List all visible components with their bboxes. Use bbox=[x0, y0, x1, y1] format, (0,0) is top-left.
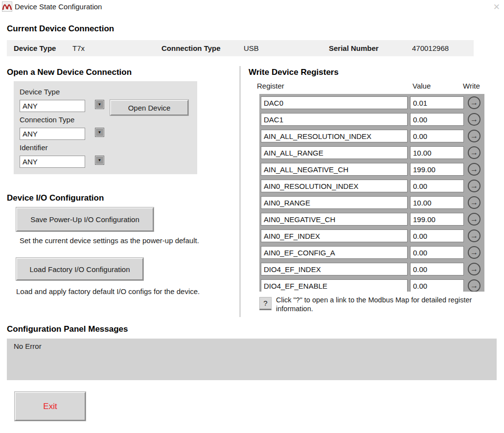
arrow-right-icon: → bbox=[470, 248, 478, 256]
device-type-dropdown-icon[interactable]: ▼ bbox=[95, 100, 104, 109]
arrow-right-icon: → bbox=[470, 182, 478, 190]
register-column-header: Register bbox=[257, 82, 284, 90]
arrow-right-icon: → bbox=[470, 165, 478, 173]
window-title: Device State Configuration bbox=[15, 2, 102, 11]
register-name-input[interactable] bbox=[261, 130, 408, 142]
write-register-button[interactable]: → bbox=[468, 96, 481, 109]
register-value-input[interactable] bbox=[410, 196, 464, 209]
arrow-right-icon: → bbox=[470, 132, 478, 140]
register-row: → bbox=[261, 113, 484, 126]
register-name-input[interactable] bbox=[261, 279, 408, 292]
write-register-button[interactable]: → bbox=[468, 229, 481, 242]
device-type-select[interactable] bbox=[20, 100, 85, 112]
register-value-input[interactable] bbox=[410, 113, 464, 126]
register-name-input[interactable] bbox=[261, 213, 408, 226]
arrow-right-icon: → bbox=[470, 198, 478, 206]
arrow-right-icon: → bbox=[470, 115, 478, 123]
modbus-help-text: Click "?" to open a link to the Modbus M… bbox=[276, 296, 497, 313]
arrow-right-icon: → bbox=[470, 265, 478, 273]
register-name-input[interactable] bbox=[261, 96, 408, 109]
register-name-input[interactable] bbox=[261, 229, 408, 242]
write-register-button[interactable]: → bbox=[468, 180, 481, 192]
arrow-right-icon: → bbox=[470, 281, 478, 290]
open-connection-panel: Device Type ▼ Open Device Connection Typ… bbox=[14, 81, 197, 174]
write-register-button[interactable]: → bbox=[468, 130, 481, 142]
connection-type-value: USB bbox=[244, 44, 259, 52]
save-power-up-config-button[interactable]: Save Power-Up I/O Configuration bbox=[16, 207, 154, 231]
device-type-label: Device Type bbox=[14, 44, 56, 52]
load-factory-config-button[interactable]: Load Factory I/O Configuration bbox=[16, 258, 143, 280]
register-value-input[interactable] bbox=[410, 130, 464, 142]
register-name-input[interactable] bbox=[261, 246, 408, 259]
register-value-input[interactable] bbox=[410, 246, 464, 259]
register-row: → bbox=[261, 263, 484, 275]
register-value-input[interactable] bbox=[410, 180, 464, 192]
value-column-header: Value bbox=[412, 82, 431, 90]
register-name-input[interactable] bbox=[261, 196, 408, 209]
connection-type-select[interactable] bbox=[20, 128, 85, 140]
register-row: → bbox=[261, 96, 484, 109]
register-row: → bbox=[261, 246, 484, 259]
register-value-input[interactable] bbox=[410, 163, 464, 176]
register-value-input[interactable] bbox=[410, 96, 464, 109]
identifier-select[interactable] bbox=[20, 156, 85, 168]
identifier-dropdown-icon[interactable]: ▼ bbox=[95, 156, 104, 164]
write-register-button[interactable]: → bbox=[468, 279, 481, 292]
open-connection-type-label: Connection Type bbox=[20, 115, 74, 124]
register-row: → bbox=[261, 180, 484, 192]
register-value-input[interactable] bbox=[410, 279, 464, 292]
connection-type-dropdown-icon[interactable]: ▼ bbox=[95, 128, 104, 137]
register-value-input[interactable] bbox=[410, 146, 464, 159]
io-configuration-heading: Device I/O Configuration bbox=[7, 193, 104, 203]
panel-message-text: No Error bbox=[14, 342, 42, 350]
device-type-value: T7x bbox=[72, 44, 85, 52]
labjack-logo-icon bbox=[2, 1, 12, 12]
register-name-input[interactable] bbox=[261, 263, 408, 275]
serial-number-label: Serial Number bbox=[329, 44, 379, 52]
register-row: → bbox=[261, 229, 484, 242]
write-register-button[interactable]: → bbox=[468, 163, 481, 176]
open-device-button[interactable]: Open Device bbox=[110, 100, 188, 115]
save-config-caption: Set the current device settings as the p… bbox=[20, 236, 199, 245]
register-name-input[interactable] bbox=[261, 146, 408, 159]
device-state-configuration-window: Device State Configuration ✕ Current Dev… bbox=[0, 0, 504, 433]
section-divider bbox=[240, 66, 240, 317]
write-register-button[interactable]: → bbox=[468, 246, 481, 259]
register-table: → → → → → → → → bbox=[259, 94, 484, 292]
register-value-input[interactable] bbox=[410, 213, 464, 226]
modbus-help-button[interactable]: ? bbox=[259, 297, 272, 310]
register-row: → bbox=[261, 213, 484, 226]
write-register-button[interactable]: → bbox=[468, 263, 481, 275]
register-name-input[interactable] bbox=[261, 163, 408, 176]
register-row: → bbox=[261, 163, 484, 176]
exit-button[interactable]: Exit bbox=[15, 392, 86, 421]
write-column-header: Write bbox=[463, 82, 480, 90]
write-register-button[interactable]: → bbox=[468, 113, 481, 126]
register-row: → bbox=[261, 146, 484, 159]
open-connection-heading: Open a New Device Connection bbox=[7, 68, 132, 77]
arrow-right-icon: → bbox=[470, 98, 478, 107]
write-register-button[interactable]: → bbox=[468, 196, 481, 209]
write-registers-heading: Write Device Registers bbox=[249, 68, 339, 77]
arrow-right-icon: → bbox=[470, 215, 478, 223]
arrow-right-icon: → bbox=[470, 148, 478, 157]
identifier-label: Identifier bbox=[20, 143, 48, 152]
register-name-input[interactable] bbox=[261, 113, 408, 126]
register-row: → bbox=[261, 130, 484, 142]
register-row: → bbox=[261, 196, 484, 209]
panel-messages-heading: Configuration Panel Messages bbox=[7, 324, 128, 334]
register-name-input[interactable] bbox=[261, 180, 408, 192]
arrow-right-icon: → bbox=[470, 231, 478, 240]
write-register-button[interactable]: → bbox=[468, 146, 481, 159]
close-icon[interactable]: ✕ bbox=[493, 2, 500, 12]
register-row: → bbox=[261, 279, 484, 292]
write-register-button[interactable]: → bbox=[468, 213, 481, 226]
register-value-input[interactable] bbox=[410, 229, 464, 242]
title-bar: Device State Configuration ✕ bbox=[0, 0, 504, 14]
current-connection-strip: Device Type T7x Connection Type USB Seri… bbox=[7, 40, 474, 56]
load-config-caption: Load and apply factory default I/O confi… bbox=[16, 287, 200, 296]
open-device-type-label: Device Type bbox=[20, 88, 60, 96]
register-value-input[interactable] bbox=[410, 263, 464, 275]
panel-messages-box: No Error bbox=[7, 339, 497, 380]
current-connection-heading: Current Device Connection bbox=[7, 24, 114, 34]
